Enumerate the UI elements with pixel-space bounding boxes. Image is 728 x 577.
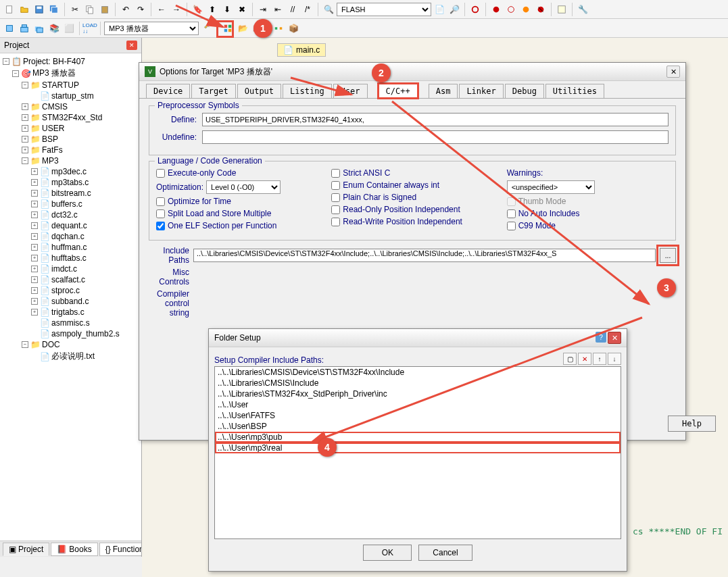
folder-list-item[interactable]: ..\..\Libraries\CMSIS\Include: [215, 378, 621, 388]
debug-icon[interactable]: [468, 3, 482, 16]
options-tab-output[interactable]: Output: [237, 84, 281, 98]
tree-root[interactable]: − 📋 Project: BH-F407: [0, 56, 141, 67]
options-tab-target[interactable]: Target: [191, 84, 235, 98]
breakpoint-all-icon[interactable]: [534, 3, 548, 16]
tree-group[interactable]: + 📁 FatFs: [0, 145, 141, 155]
rebuild-icon[interactable]: [32, 22, 46, 35]
folder-list-item[interactable]: ..\..\User: [215, 399, 621, 410]
tree-file[interactable]: + 📄 mp3tabs.c: [0, 177, 141, 188]
options-tab-user[interactable]: User: [333, 84, 368, 98]
collapse-icon[interactable]: −: [3, 58, 9, 65]
expand-icon[interactable]: +: [31, 276, 38, 283]
find-combo[interactable]: FLASH: [337, 3, 431, 16]
close-icon[interactable]: ✕: [126, 41, 137, 50]
expand-icon[interactable]: +: [31, 190, 38, 197]
define-input[interactable]: [202, 113, 669, 126]
tree-file[interactable]: + 📄 trigtabs.c: [0, 307, 141, 318]
collapse-icon[interactable]: −: [22, 341, 28, 348]
window-icon[interactable]: [555, 3, 568, 16]
include-paths-browse-button[interactable]: ...: [660, 248, 676, 263]
pack-icon[interactable]: 📦: [287, 22, 300, 35]
tab-project[interactable]: ▣Project: [3, 543, 49, 556]
tree-file[interactable]: 📄 startup_stm: [0, 91, 141, 101]
tree-file[interactable]: + 📄 dequant.c: [0, 220, 141, 231]
tree-file[interactable]: + 📄 subband.c: [0, 296, 141, 307]
close-icon[interactable]: ✕: [608, 332, 621, 344]
target-options-icon[interactable]: [200, 22, 214, 35]
ok-button[interactable]: OK: [363, 545, 412, 561]
tree-file[interactable]: + 📄 buffers.c: [0, 199, 141, 209]
rw-pi-checkbox[interactable]: [331, 218, 340, 226]
enum-int-checkbox[interactable]: [331, 181, 340, 190]
expand-icon[interactable]: +: [31, 255, 38, 261]
options-tab-device[interactable]: Device: [146, 84, 190, 98]
bookmark-icon[interactable]: 🔖: [191, 3, 204, 16]
expand-icon[interactable]: +: [31, 168, 38, 175]
outdent-icon[interactable]: ⇤: [271, 3, 285, 16]
options-tab-linker[interactable]: Linker: [459, 84, 503, 98]
indent-icon[interactable]: ⇥: [256, 3, 270, 16]
close-icon[interactable]: ✕: [666, 66, 680, 78]
breakpoint-disable-icon[interactable]: [504, 3, 518, 16]
find-icon[interactable]: 🔍: [322, 3, 335, 16]
help-button[interactable]: Help: [668, 416, 716, 432]
tree-target[interactable]: − 🎯 MP3 播放器: [0, 67, 141, 80]
expand-icon[interactable]: +: [31, 179, 38, 186]
project-tree[interactable]: − 📋 Project: BH-F407 − 🎯 MP3 播放器 − 📁 STA…: [0, 53, 141, 538]
expand-icon[interactable]: +: [31, 222, 38, 229]
expand-icon[interactable]: +: [22, 103, 28, 110]
tree-group[interactable]: + 📁 STM32F4xx_Std: [0, 112, 141, 123]
no-auto-checkbox[interactable]: [507, 209, 516, 218]
folder-list-item[interactable]: ..\..\User\BSP: [215, 421, 621, 432]
expand-icon[interactable]: +: [31, 298, 38, 305]
options-tab-listing[interactable]: Listing: [283, 84, 332, 98]
breakpoint-icon[interactable]: [489, 3, 503, 16]
collapse-icon[interactable]: −: [22, 82, 28, 89]
cut-icon[interactable]: ✂: [68, 3, 82, 16]
undo-icon[interactable]: ↶: [119, 3, 132, 16]
download-icon[interactable]: LOAD↓↓: [83, 22, 97, 35]
bookmark-prev-icon[interactable]: ⬆: [205, 3, 219, 16]
expand-icon[interactable]: +: [31, 287, 38, 294]
expand-icon[interactable]: +: [22, 147, 28, 153]
paste-icon[interactable]: [98, 3, 112, 16]
exec-only-checkbox[interactable]: [156, 169, 165, 178]
tree-group[interactable]: + 📁 CMSIS: [0, 101, 141, 112]
help-icon[interactable]: ?: [596, 332, 606, 343]
manage-icon[interactable]: [221, 22, 235, 35]
new-path-icon[interactable]: ▢: [563, 353, 577, 365]
stop-build-icon[interactable]: ⬜: [62, 22, 76, 35]
back-icon[interactable]: ←: [155, 3, 168, 16]
options-tab-debug[interactable]: Debug: [505, 84, 544, 98]
expand-icon[interactable]: +: [31, 309, 38, 316]
tree-group[interactable]: − 📁 DOC: [0, 339, 141, 350]
options-tab-cc[interactable]: C/C++: [379, 84, 418, 98]
tree-file[interactable]: + 📄 stproc.c: [0, 285, 141, 296]
plain-char-checkbox[interactable]: [331, 193, 340, 202]
tree-file[interactable]: 📄 asmmisc.s: [0, 318, 141, 328]
tree-group[interactable]: − 📁 STARTUP: [0, 80, 141, 91]
build-icon[interactable]: [18, 22, 31, 35]
include-paths-input[interactable]: ..\..\Libraries\CMSIS\Device\ST\STM32F4x…: [193, 249, 656, 262]
folder-list-item[interactable]: ..\..\Libraries\CMSIS\Device\ST\STM32F4x…: [215, 367, 621, 378]
translate-icon[interactable]: [3, 22, 16, 35]
expand-icon[interactable]: +: [22, 125, 28, 132]
strict-ansi-checkbox[interactable]: [331, 169, 340, 178]
tree-group[interactable]: + 📁 USER: [0, 123, 141, 134]
tree-group[interactable]: − 📁 MP3: [0, 155, 141, 166]
c99-checkbox[interactable]: [507, 222, 516, 230]
ro-pi-checkbox[interactable]: [331, 205, 340, 214]
expand-icon[interactable]: +: [31, 211, 38, 218]
file-ext-icon[interactable]: 📂: [236, 22, 249, 35]
folder-list-item[interactable]: ..\..\Libraries\STM32F4xx_StdPeriph_Driv…: [215, 388, 621, 399]
cancel-button[interactable]: Cancel: [418, 545, 472, 561]
tree-file[interactable]: + 📄 huffman.c: [0, 242, 141, 253]
tab-books[interactable]: 📕Books: [51, 543, 97, 556]
folder-list-item[interactable]: ..\..\User\mp3\pub: [215, 432, 621, 443]
comment-icon[interactable]: //: [286, 3, 299, 16]
open-icon[interactable]: [18, 3, 31, 16]
batch-build-icon[interactable]: 📚: [47, 22, 61, 35]
folder-list[interactable]: ..\..\Libraries\CMSIS\Device\ST\STM32F4x…: [214, 366, 621, 539]
opt-time-checkbox[interactable]: [156, 197, 165, 206]
new-icon[interactable]: [3, 3, 16, 16]
